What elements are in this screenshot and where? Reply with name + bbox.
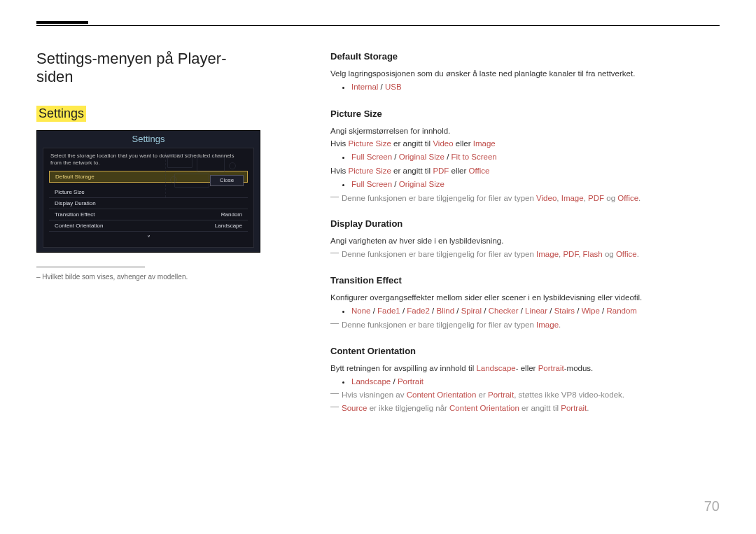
- panel-title: Settings: [37, 131, 260, 146]
- picture-size-cond1: Hvis Picture Size er angitt til Video el…: [330, 137, 713, 150]
- transition-effect-note: ― Denne funksjonen er bare tilgjengelig …: [330, 318, 713, 332]
- picture-size-options-1: Full Screen / Original Size / Fit to Scr…: [351, 150, 713, 164]
- display-duration-heading: Display Duration: [330, 218, 713, 229]
- model-footnote: – Hvilket bilde som vises, avhenger av m…: [36, 273, 260, 281]
- panel-body: Select the storage location that you wan…: [43, 148, 254, 248]
- content-orientation-heading: Content Orientation: [330, 346, 713, 356]
- content-orientation-body: Bytt retningen for avspilling av innhold…: [330, 362, 713, 375]
- default-storage-body: Velg lagringsposisjonen som du ønsker å …: [330, 67, 713, 80]
- display-duration-note: ― Denne funksjonen er bare tilgjengelig …: [330, 248, 713, 261]
- page-title: Settings-menyen på Player-siden: [36, 50, 260, 86]
- transition-effect-heading: Transition Effect: [330, 275, 713, 286]
- panel-row-label: Picture Size: [55, 189, 85, 195]
- chevron-down-icon[interactable]: ˅: [49, 232, 248, 242]
- picture-size-cond2: Hvis Picture Size er angitt til PDF elle…: [330, 164, 713, 178]
- picture-size-note: ― Denne funksjonen er bare tilgjengelig …: [330, 192, 713, 205]
- panel-row-label: Transition Effect: [55, 211, 94, 218]
- panel-bg-art: [165, 153, 249, 197]
- transition-effect-options: None / Fade1 / Fade2 / Blind / Spiral / …: [351, 304, 713, 318]
- display-duration-body: Angi varigheten av hver side i en lysbil…: [330, 234, 713, 248]
- panel-row-label: Default Storage: [55, 174, 94, 180]
- page-number: 70: [704, 498, 720, 514]
- settings-heading: Settings: [36, 106, 86, 122]
- picture-size-heading: Picture Size: [330, 108, 713, 119]
- panel-row[interactable]: Display Duration: [49, 198, 248, 209]
- panel-row-value: Random: [221, 211, 242, 218]
- picture-size-options-2: Full Screen / Original Size: [351, 178, 713, 192]
- picture-size-body: Angi skjermstørrelsen for innhold.: [330, 125, 713, 138]
- settings-panel: Settings Select the storage location tha…: [36, 130, 260, 253]
- default-storage-heading: Default Storage: [330, 51, 713, 62]
- panel-row-label: Content Orientation: [55, 223, 103, 229]
- default-storage-options: Internal / USB: [351, 80, 713, 94]
- panel-row-value: Landscape: [215, 223, 242, 229]
- content-orientation-options: Landscape / Portrait: [351, 375, 713, 389]
- panel-row-label: Display Duration: [55, 200, 96, 206]
- panel-row[interactable]: Transition Effect Random: [49, 209, 248, 220]
- panel-row[interactable]: Content Orientation Landscape: [49, 220, 248, 232]
- transition-effect-body: Konfigurer overgangseffekter mellom side…: [330, 291, 713, 304]
- content-orientation-note-1: ― Hvis visningen av Content Orientation …: [330, 388, 713, 402]
- content-orientation-note-2: ― Source er ikke tilgjengelig når Conten…: [330, 402, 713, 415]
